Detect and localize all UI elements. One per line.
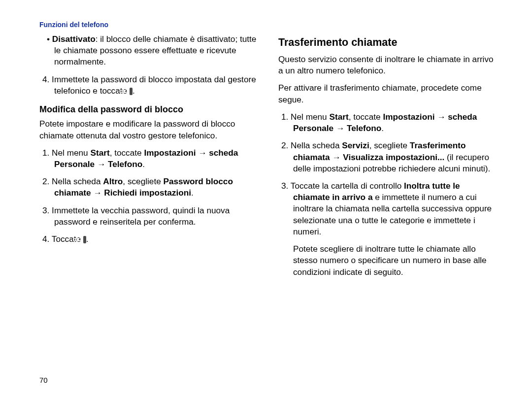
section-title: Trasferimento chiamate xyxy=(278,35,498,50)
step-4-top: 4. Immettete la password di blocco impos… xyxy=(54,74,259,97)
subsection-title: Modifica della password di blocco xyxy=(39,103,259,115)
right-step-3: 3. Toccate la cartella di controllo Inol… xyxy=(293,180,498,237)
right-step-1: 1. Nel menu Start, toccate Impostazioni … xyxy=(293,111,498,134)
left-column: Disattivato: il blocco delle chiamate è … xyxy=(39,33,259,376)
right-intro2: Per attivare il trasferimento chiamate, … xyxy=(278,82,498,105)
bullet-disattivato: Disattivato: il blocco delle chiamate è … xyxy=(54,33,259,68)
two-column-layout: Disattivato: il blocco delle chiamate è … xyxy=(39,33,498,376)
bullet-label: Disattivato xyxy=(52,34,96,44)
left-step-4: 4. Toccate ok. xyxy=(54,233,259,245)
right-step-2: 2. Nella scheda Servizi, scegliete Trasf… xyxy=(293,140,498,174)
left-step-3: 3. Immettete la vecchia password, quindi… xyxy=(54,205,259,228)
right-column: Trasferimento chiamate Questo servizio c… xyxy=(278,33,498,376)
left-step-1: 1. Nel menu Start, toccate Impostazioni … xyxy=(54,147,259,170)
subsection-intro: Potete impostare e modificare la passwor… xyxy=(39,118,259,141)
right-intro: Questo servizio consente di inoltrare le… xyxy=(278,54,498,76)
right-step-3-note: Potete scegliere di inoltrare tutte le c… xyxy=(293,243,498,278)
left-step-2: 2. Nella scheda Altro, scegliete Passwor… xyxy=(54,176,259,199)
page-number: 70 xyxy=(39,376,498,399)
section-header: Funzioni del telefono xyxy=(39,21,498,29)
